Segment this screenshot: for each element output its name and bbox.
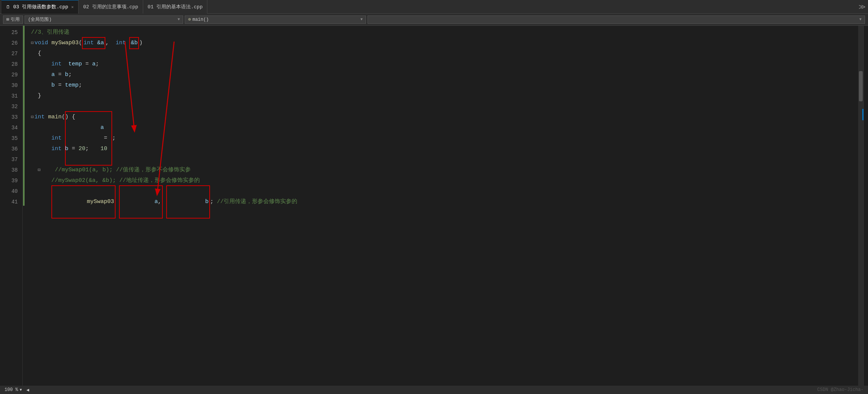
zoom-dropdown-icon[interactable]: ▼ (20, 388, 22, 392)
line-num-39: 39 (3, 175, 18, 186)
tab-active[interactable]: 🗒 03 引用做函数参数.cpp ✕ (2, 0, 79, 14)
code-line-26: ⊟ void mySwap03 ( int &a , int &b ) (31, 38, 858, 48)
code-line-30: b = temp ; (31, 80, 858, 91)
code-line-34 (31, 123, 858, 133)
watermark: CSDN @Zhao-Jicha- (817, 387, 863, 392)
code-line-31: } (31, 91, 858, 101)
extra-dropdown-arrow: ▼ (859, 17, 862, 22)
line-num-32: 32 (3, 101, 18, 112)
space (48, 38, 51, 48)
line25-comment: //3、引用传递 (31, 27, 70, 38)
tab-3[interactable]: 01 引用的基本语法.cpp (143, 0, 208, 14)
code-line-29: a = b ; (31, 70, 858, 80)
code-line-41: mySwap03 a, b ; //引用传递，形参会修饰实参的 (31, 197, 858, 207)
paren-open: ( (79, 38, 82, 48)
line-num-29: 29 (3, 70, 18, 80)
toolbar: ⊞ 引用 (全局范围) ▼ ⊙ main() ▼ ▼ (0, 14, 868, 26)
code-editor[interactable]: //3、引用传递 ⊟ void mySwap03 ( int &a , int … (25, 26, 858, 394)
minimap (863, 26, 868, 394)
context-text: 引用 (11, 16, 20, 23)
code-line-39: //mySwap02(&a, &b); //地址传递，形参会修饰实参的 (31, 175, 858, 186)
line-num-28: 28 (3, 59, 18, 70)
extra-selector[interactable]: ▼ (368, 16, 865, 24)
code-line-32 (31, 101, 858, 112)
code-line-36: int b = 20 ; (31, 144, 858, 154)
line-num-31: 31 (3, 91, 18, 101)
code-line-33: ⊟ int main () { (31, 112, 858, 123)
symbol-value: main() (192, 17, 209, 22)
line-num-35: 35 (3, 133, 18, 144)
line-num-37: 37 (3, 154, 18, 165)
scope-selector[interactable]: (全局范围) ▼ (25, 16, 183, 24)
scrollbar-accent (862, 109, 863, 120)
line-num-36: 36 (3, 144, 18, 154)
brace-close-31: } (38, 91, 41, 101)
app-container: 🗒 03 引用做函数参数.cpp ✕ 02 引用的注意事项.cpp 01 引用的… (0, 0, 868, 394)
zoom-value: 100 % (5, 387, 18, 392)
zoom-control[interactable]: 100 % ▼ ◀ (5, 387, 29, 393)
status-bar: 100 % ▼ ◀ CSDN @Zhao-Jicha- (0, 386, 868, 394)
collapse-icon-33[interactable]: ⊟ (31, 112, 34, 123)
scope-dropdown-arrow: ▼ (178, 17, 180, 22)
scope-value: (全局范围) (28, 16, 51, 23)
code-line-25: //3、引用传递 (31, 27, 858, 38)
context-icon: ⊞ (6, 17, 9, 22)
line-num-25: 25 (3, 27, 18, 38)
collapse-icon-26[interactable]: ⊟ (31, 38, 34, 48)
line-numbers: 25 26 27 28 29 30 31 32 33 34 35 36 37 3… (0, 26, 23, 394)
context-label: ⊞ 引用 (3, 16, 23, 24)
tab-3-label: 01 引用的基本语法.cpp (148, 3, 203, 10)
code-line-37 (31, 154, 858, 165)
tab-2-label: 02 引用的注意事项.cpp (83, 3, 138, 10)
call-myswap-box: mySwap03 (51, 185, 116, 219)
line-num-38: 38 (3, 165, 18, 175)
code-line-27: { (31, 48, 858, 59)
line-num-27: 27 (3, 48, 18, 59)
param-b-box: &b (129, 37, 139, 49)
line-num-33: 33 (3, 112, 18, 123)
call-arg-b-box: b (166, 185, 210, 219)
line-num-40: 40 (3, 186, 18, 197)
line-num-41: 41 (3, 197, 18, 207)
symbol-icon: ⊙ (188, 17, 191, 22)
vertical-scrollbar[interactable] (858, 26, 863, 394)
tab-2[interactable]: 02 引用的注意事项.cpp (79, 0, 143, 14)
new-tab-button[interactable]: ≫ (856, 3, 868, 11)
symbol-dropdown-arrow: ▼ (360, 17, 363, 22)
code-line-28: int temp = a ; (31, 59, 858, 70)
param-inta-box: int &a (82, 37, 105, 49)
keyword-void: void (34, 38, 48, 48)
tab-label: 03 引用做函数参数.cpp (13, 3, 68, 10)
collapse-icon-38[interactable]: ⊟ (38, 165, 40, 175)
brace-open-27: { (38, 48, 41, 59)
code-line-35: int a = 10 ; (31, 133, 858, 144)
func-name: mySwap03 (51, 38, 79, 48)
tab-icon: 🗒 (6, 5, 10, 9)
tab-bar: 🗒 03 引用做函数参数.cpp ✕ 02 引用的注意事项.cpp 01 引用的… (0, 0, 868, 14)
tab-close-button[interactable]: ✕ (71, 5, 74, 9)
scrollbar-thumb[interactable] (859, 71, 863, 101)
call-arg-a-box: a, (119, 185, 163, 219)
kw-int-b: int (116, 38, 126, 48)
line-num-26: 26 (3, 38, 18, 48)
scroll-left-icon[interactable]: ◀ (26, 387, 29, 393)
line-num-30: 30 (3, 80, 18, 91)
line-num-34: 34 (3, 123, 18, 133)
symbol-selector[interactable]: ⊙ main() ▼ (185, 16, 366, 24)
editor-area: 25 26 27 28 29 30 31 32 33 34 35 36 37 3… (0, 26, 868, 394)
code-line-38: ⊟ //mySwap01(a, b); //值传递，形参不会修饰实参 (31, 165, 858, 175)
